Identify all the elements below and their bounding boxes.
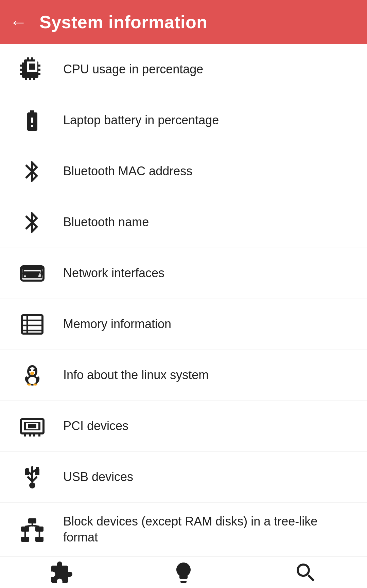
svg-point-12 (30, 372, 34, 375)
puzzle-icon (49, 560, 73, 588)
usb-icon (14, 465, 51, 489)
list-item-bluetooth-name[interactable]: Bluetooth name (0, 197, 367, 248)
cpu-usage-label: CPU usage in percentage (63, 61, 353, 77)
bluetooth-name-icon (14, 210, 51, 235)
svg-point-17 (27, 384, 31, 386)
list-item-cpu-usage[interactable]: CPU usage in percentage (0, 44, 367, 95)
nav-basics[interactable]: Basics (0, 557, 122, 588)
items-list: CPU usage in percentage Laptop battery i… (0, 44, 367, 557)
bottom-navigation: Basics Tips Commands (0, 557, 367, 588)
nav-tips[interactable]: Tips (122, 557, 245, 588)
block-devices-label: Block devices (except RAM disks) in a tr… (63, 514, 353, 546)
svg-rect-36 (35, 537, 43, 542)
svg-rect-30 (21, 527, 29, 532)
bluetooth-name-label: Bluetooth name (63, 214, 353, 230)
svg-point-14 (28, 377, 36, 384)
nav-commands[interactable]: Commands (245, 557, 367, 588)
laptop-battery-label: Laptop battery in percentage (63, 112, 353, 128)
lightbulb-icon (171, 560, 196, 588)
linux-icon (14, 363, 51, 388)
block-devices-icon (14, 517, 51, 542)
battery-icon (14, 108, 51, 133)
svg-line-33 (25, 525, 32, 527)
svg-rect-29 (28, 518, 36, 523)
list-item-usb-devices[interactable]: USB devices (0, 452, 367, 503)
search-icon (294, 560, 318, 588)
svg-point-23 (30, 482, 34, 486)
back-button[interactable]: ← (10, 13, 27, 31)
list-item-bluetooth-mac[interactable]: Bluetooth MAC address (0, 146, 367, 197)
page-title: System information (39, 12, 207, 32)
usb-devices-label: USB devices (63, 469, 353, 485)
pci-icon (14, 414, 51, 439)
memory-icon (14, 312, 51, 337)
svg-rect-31 (35, 527, 43, 532)
bluetooth-mac-label: Bluetooth MAC address (63, 163, 353, 179)
linux-info-label: Info about the linux system (63, 367, 353, 383)
app-header: ← System information (0, 0, 367, 44)
cpu-icon (14, 57, 51, 82)
pci-devices-label: PCI devices (63, 418, 353, 434)
svg-point-18 (33, 384, 37, 386)
svg-point-10 (29, 369, 31, 371)
svg-line-34 (32, 525, 39, 527)
list-item-network-interfaces[interactable]: Network interfaces (0, 248, 367, 299)
svg-rect-2 (25, 271, 39, 275)
bluetooth-mac-icon (14, 159, 51, 184)
svg-point-11 (33, 369, 35, 371)
svg-rect-28 (36, 467, 39, 470)
list-item-block-devices[interactable]: Block devices (except RAM disks) in a tr… (0, 503, 367, 557)
list-item-pci-devices[interactable]: PCI devices (0, 401, 367, 452)
network-interfaces-label: Network interfaces (63, 265, 353, 281)
list-item-memory-info[interactable]: Memory information (0, 299, 367, 350)
svg-rect-35 (21, 537, 29, 542)
list-item-linux-info[interactable]: Info about the linux system (0, 350, 367, 401)
network-icon (14, 261, 51, 286)
list-item-laptop-battery[interactable]: Laptop battery in percentage (0, 95, 367, 146)
memory-info-label: Memory information (63, 316, 353, 332)
svg-rect-27 (26, 468, 29, 472)
